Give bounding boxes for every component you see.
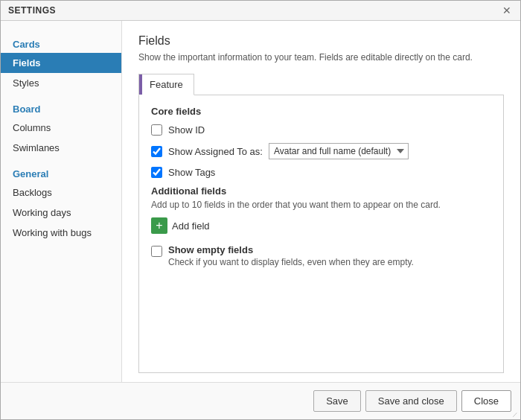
sidebar-item-swimlanes[interactable]: Swimlanes bbox=[1, 138, 121, 158]
show-assigned-label: Show Assigned To as: bbox=[168, 146, 263, 157]
tab-bar: Feature bbox=[138, 73, 504, 95]
additional-fields-desc: Add up to 10 fields in the order that yo… bbox=[151, 200, 491, 210]
add-icon: + bbox=[151, 217, 167, 234]
sidebar-item-columns[interactable]: Columns bbox=[1, 118, 121, 138]
show-empty-text-group: Show empty fields Check if you want to d… bbox=[168, 244, 414, 267]
show-assigned-checkbox[interactable] bbox=[151, 146, 162, 157]
dialog-footer: Save Save and close Close bbox=[1, 382, 520, 419]
sidebar-group-general: General Backlogs Working days Working wi… bbox=[1, 158, 121, 243]
show-empty-description: Check if you want to display fields, eve… bbox=[168, 257, 414, 267]
show-empty-section: Show empty fields Check if you want to d… bbox=[151, 244, 491, 267]
show-tags-checkbox[interactable] bbox=[151, 167, 162, 178]
resize-handle[interactable]: ⟋ bbox=[511, 410, 519, 418]
sidebar-group-label-board: Board bbox=[1, 93, 121, 118]
core-fields-title: Core fields bbox=[151, 106, 491, 117]
sidebar-item-fields[interactable]: Fields bbox=[1, 53, 121, 73]
sidebar-group-cards: Cards Fields Styles bbox=[1, 28, 121, 93]
assigned-to-dropdown[interactable]: Avatar and full name (default) Avatar on… bbox=[269, 143, 409, 159]
additional-fields-title: Additional fields bbox=[151, 185, 491, 197]
sidebar-group-board: Board Columns Swimlanes bbox=[1, 93, 121, 158]
show-empty-label: Show empty fields bbox=[168, 244, 253, 255]
dialog-title: SETTINGS bbox=[8, 5, 56, 16]
save-button[interactable]: Save bbox=[313, 390, 361, 412]
settings-dialog: SETTINGS ✕ Cards Fields Styles Board Col… bbox=[0, 0, 521, 420]
show-empty-checkbox[interactable] bbox=[151, 246, 162, 257]
content-panel: Core fields Show ID Show Assigned To as:… bbox=[138, 95, 504, 373]
show-tags-label: Show Tags bbox=[168, 167, 215, 178]
sidebar-group-label-cards: Cards bbox=[1, 28, 121, 53]
close-button[interactable]: Close bbox=[461, 390, 511, 412]
sidebar-group-label-general: General bbox=[1, 158, 121, 182]
show-assigned-row: Show Assigned To as: Avatar and full nam… bbox=[151, 143, 491, 159]
sidebar-item-backlogs[interactable]: Backlogs bbox=[1, 182, 121, 203]
show-id-checkbox[interactable] bbox=[151, 124, 162, 136]
page-description: Show the important information to your t… bbox=[138, 52, 504, 63]
page-title: Fields bbox=[138, 34, 504, 48]
show-tags-row: Show Tags bbox=[151, 167, 491, 178]
sidebar-item-working-with-bugs[interactable]: Working with bugs bbox=[1, 223, 121, 243]
show-empty-row: Show empty fields Check if you want to d… bbox=[151, 244, 491, 267]
sidebar: Cards Fields Styles Board Columns Swimla… bbox=[1, 21, 122, 382]
show-id-row: Show ID bbox=[151, 124, 491, 136]
add-field-label: Add field bbox=[172, 220, 210, 232]
main-content: Fields Show the important information to… bbox=[122, 21, 520, 382]
save-and-close-button[interactable]: Save and close bbox=[365, 390, 457, 412]
add-field-button[interactable]: + Add field bbox=[151, 217, 491, 234]
title-bar: SETTINGS ✕ bbox=[1, 1, 520, 21]
show-id-label: Show ID bbox=[168, 124, 205, 136]
dialog-body: Cards Fields Styles Board Columns Swimla… bbox=[1, 21, 520, 382]
tab-feature[interactable]: Feature bbox=[138, 74, 194, 95]
title-bar-close-button[interactable]: ✕ bbox=[501, 5, 513, 16]
sidebar-item-working-days[interactable]: Working days bbox=[1, 203, 121, 223]
sidebar-item-styles[interactable]: Styles bbox=[1, 73, 121, 93]
